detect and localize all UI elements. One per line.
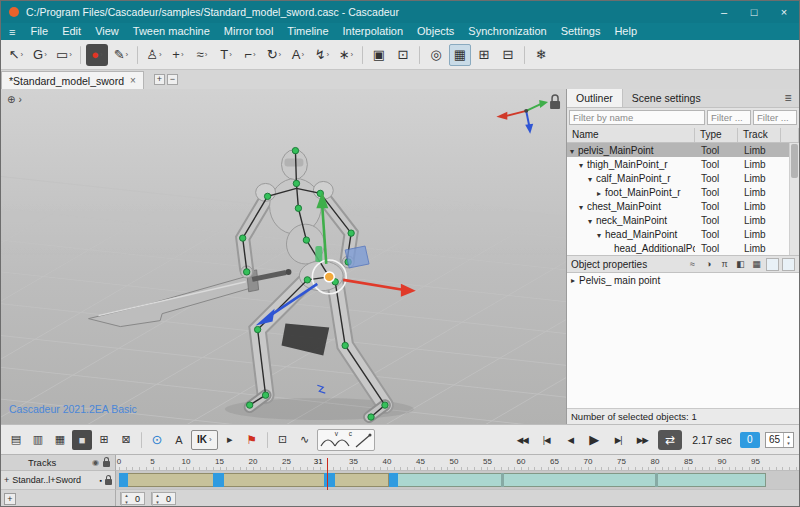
thigh_MainPoint_r[interactable]: ▾thigh_MainPoint_r Tool Limb [567, 157, 799, 171]
calf_MainPoint_r[interactable]: ▾calf_MainPoint_r Tool Limb [567, 171, 799, 185]
end-frame-field[interactable]: 65 [765, 432, 794, 448]
controller-tool[interactable]: + › [167, 44, 189, 66]
scene-canvas[interactable] [1, 89, 566, 424]
expander-icon[interactable]: ▸ [597, 189, 605, 198]
viewport-3d[interactable]: ⊕ › Cascadeur 2021.2EA Basic [1, 89, 567, 424]
select-tool[interactable]: ↖ › [5, 44, 27, 66]
head_MainPoint[interactable]: ▾head_MainPoint Tool Limb [567, 227, 799, 241]
record-button[interactable]: ● › [86, 44, 108, 66]
draw-tool[interactable]: ✎ › [110, 44, 132, 66]
menu-item[interactable]: Objects [410, 23, 461, 40]
expander-icon[interactable]: ▸ [571, 276, 575, 285]
loop-toggle-button[interactable]: ⇄ [658, 430, 682, 450]
expander-icon[interactable]: ▾ [597, 231, 605, 240]
play-flag-button[interactable]: ▸ [220, 430, 240, 450]
neck_MainPoint[interactable]: ▾neck_MainPoint Tool Limb [567, 213, 799, 227]
visibility-icon[interactable]: ◉ [92, 458, 99, 467]
anim-toolbar-button[interactable] [141, 432, 142, 448]
physics-point-tool[interactable]: ❄ › [530, 44, 552, 66]
autokey-button[interactable]: A [169, 430, 189, 450]
curve-c-label[interactable]: c [349, 430, 352, 437]
column-type[interactable]: Type [695, 128, 738, 142]
keyframe-marker[interactable] [213, 473, 224, 487]
chest_MainPoint[interactable]: ▾chest_MainPoint Tool Limb [567, 199, 799, 213]
box-select-tool[interactable]: ▭ › [53, 44, 75, 66]
expander-icon[interactable]: ▾ [588, 217, 596, 226]
grid-snap-tool[interactable]: ▦ › [449, 44, 471, 66]
group-tool[interactable]: G › [29, 44, 51, 66]
zoom-in-button[interactable]: + [154, 74, 165, 85]
current-frame-field[interactable]: 0 [740, 432, 760, 448]
keyframe-marker[interactable] [324, 473, 335, 487]
green-handle[interactable] [315, 246, 322, 262]
jump-start-button[interactable]: |◀ [535, 430, 557, 450]
menu-item[interactable]: Settings [554, 23, 608, 40]
zoom-out-button[interactable]: − [167, 74, 178, 85]
outliner-scrollbar[interactable] [789, 143, 799, 255]
keyframe-marker[interactable] [119, 473, 128, 487]
track-expander-icon[interactable]: + [4, 475, 9, 485]
rewind-button[interactable]: ◀◀ [511, 430, 533, 450]
flag-button[interactable]: ⚑ [242, 430, 262, 450]
angle-tool[interactable]: ⌐ › [239, 44, 261, 66]
ghosts-tool[interactable]: ◎ › [425, 44, 447, 66]
expander-icon[interactable]: ▾ [579, 203, 587, 212]
menu-item[interactable]: Timeline [280, 23, 335, 40]
character-tool[interactable]: ♙ › [143, 44, 165, 66]
toolbar-button[interactable]: › [419, 46, 420, 64]
mirror-icon[interactable]: ◧ [734, 259, 747, 269]
filter-track-input[interactable] [753, 110, 797, 125]
track-row-header[interactable]: + Standar..l+Sword ▪ [1, 471, 116, 490]
menu-item[interactable]: Mirror tool [217, 23, 281, 40]
expander-icon[interactable]: ▾ [588, 175, 596, 184]
tracks-panel-button[interactable]: ▦ [50, 430, 70, 450]
tab-outliner[interactable]: Outliner [567, 89, 623, 107]
menu-item[interactable]: View [88, 23, 126, 40]
jump-end-button[interactable]: ▶▶ [631, 430, 653, 450]
expander-icon[interactable]: ▾ [570, 147, 578, 156]
close-button[interactable]: × [769, 1, 799, 23]
step-back-button[interactable]: ◀ [559, 430, 581, 450]
curves-panel-button[interactable]: ▥ [28, 430, 48, 450]
trajectory-button[interactable]: ∿ [295, 430, 315, 450]
document-tab[interactable]: *Standard_model_sword × [1, 71, 144, 89]
rotation-tool[interactable]: ↻ › [263, 44, 285, 66]
toolbar-button[interactable]: › [362, 46, 363, 64]
prop-toggle-button-2[interactable] [782, 258, 795, 271]
toolbar-button[interactable]: › [137, 46, 138, 64]
keyframe-marker[interactable] [389, 473, 398, 487]
menu-item[interactable]: Help [607, 23, 644, 40]
lock-icon[interactable] [103, 461, 110, 467]
text-tool[interactable]: T › [215, 44, 237, 66]
camera-tool[interactable]: ▣ › [368, 44, 390, 66]
shading-icon[interactable]: ◑ [702, 259, 715, 269]
add-interval-button[interactable]: ⊞ [94, 430, 114, 450]
column-track[interactable]: Track [738, 128, 781, 142]
foot_MainPoint_r[interactable]: ▸foot_MainPoint_r Tool Limb [567, 185, 799, 199]
interpolation-curve-widget[interactable]: v c [317, 429, 375, 451]
tab-close-icon[interactable]: × [130, 75, 136, 86]
blue-plane-handle[interactable] [345, 246, 369, 268]
frame-all-button[interactable]: ⊡ [273, 430, 293, 450]
head_AdditionalPoint[interactable]: head_AdditionalPoint Tool Limb [567, 241, 799, 255]
add-track-button[interactable]: + [4, 493, 16, 505]
viewport-nav-chevron-icon[interactable]: › [18, 94, 21, 105]
interval-divider[interactable] [501, 473, 504, 487]
track-lock-icon[interactable] [105, 479, 112, 485]
tab-scene-settings[interactable]: Scene settings [623, 89, 710, 107]
menu-item[interactable]: Interpolation [336, 23, 411, 40]
track-lane[interactable] [116, 471, 799, 490]
toolbar-button[interactable]: › [524, 46, 525, 64]
frame-camera-tool[interactable]: ⊡ › [392, 44, 414, 66]
pelvis_MainPoint[interactable]: ▾pelvis_MainPoint Tool Limb [567, 143, 799, 157]
interval-divider[interactable] [655, 473, 658, 487]
step-forward-button[interactable]: ▶| [607, 430, 629, 450]
timeline-panel-button[interactable]: ▤ [6, 430, 26, 450]
anim-toolbar-button[interactable] [267, 432, 268, 448]
cloth-icon[interactable]: ≈ [686, 259, 699, 269]
panel-menu-icon[interactable]: ≡ [777, 89, 799, 107]
key-button[interactable]: ⊙ [147, 430, 167, 450]
menu-item[interactable]: Tween machine [126, 23, 217, 40]
viewport-nav-icon[interactable]: ⊕ [7, 94, 15, 105]
timeline-ruler[interactable]: 051015202535404550556065707580859095 [116, 455, 799, 471]
